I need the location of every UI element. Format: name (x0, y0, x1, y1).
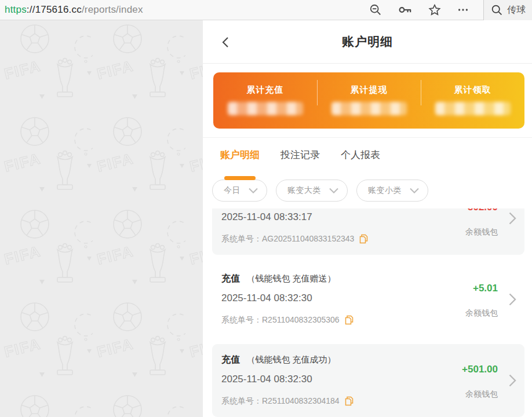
search-icon (491, 4, 503, 16)
chevron-right-icon (509, 374, 516, 389)
summary-value-redacted (331, 102, 407, 115)
summary-value-redacted (435, 102, 511, 115)
transaction-amount: +5.01 (473, 283, 498, 294)
copy-icon[interactable] (345, 396, 354, 406)
order-number: R2511040832305306 (262, 314, 340, 325)
find-in-page-box[interactable]: 传球 (483, 0, 532, 20)
transaction-type: 充值 (221, 273, 240, 283)
tab-label: 账户明细 (220, 149, 260, 160)
transaction-amount: +501.00 (462, 364, 498, 375)
filter-minor-type-dropdown[interactable]: 账变小类 (356, 180, 428, 202)
tab-account-detail[interactable]: 账户明细 (220, 148, 260, 171)
order-label: 系统单号： (221, 395, 262, 407)
chevron-down-icon (249, 188, 258, 193)
tab-label: 投注记录 (280, 149, 320, 160)
tab-bet-records[interactable]: 投注记录 (280, 148, 320, 171)
order-number: AG202511040833152343 (262, 233, 354, 244)
filter-label: 账变小类 (368, 185, 402, 196)
zoom-out-icon[interactable] (369, 3, 382, 16)
transaction-amount: -502.00 (464, 209, 498, 213)
summary-card: 累计充值 累计提现 累计领取 (213, 72, 524, 129)
transaction-row[interactable]: 充值 （钱能钱包 充值赠送） 2025-11-04 08:32:30 系统单号：… (212, 263, 524, 336)
divider (421, 80, 421, 105)
transaction-note: （钱能钱包 充值赠送） (246, 273, 336, 283)
summary-section: 累计充值 累计提现 累计领取 (203, 64, 532, 138)
active-tab-underline (224, 176, 256, 180)
transaction-note: （钱能钱包 充值成功） (246, 354, 336, 364)
summary-value-redacted (228, 102, 303, 115)
page-title: 账户明细 (342, 34, 393, 50)
copy-icon[interactable] (359, 234, 368, 244)
tab-personal-report[interactable]: 个人报表 (341, 148, 380, 171)
divider (317, 80, 318, 105)
summary-col-claimed: 累计领取 (421, 72, 524, 129)
browser-address-bar[interactable]: https://175616.cc/reports/index (0, 0, 532, 20)
copy-icon[interactable] (345, 315, 354, 325)
filter-major-type-dropdown[interactable]: 账变大类 (276, 180, 348, 202)
filter-label: 账变大类 (287, 185, 321, 196)
summary-label: 累计提现 (351, 85, 388, 96)
summary-label: 累计充值 (247, 85, 284, 96)
more-options-icon[interactable] (457, 3, 469, 16)
transaction-row[interactable]: 2025-11-04 08:33:17 系统单号： AG202511040833… (212, 209, 524, 255)
url-host: ://175616.cc (27, 4, 82, 15)
order-number: R2511040832304184 (262, 395, 340, 407)
order-label: 系统单号： (221, 314, 262, 325)
tab-label: 个人报表 (341, 149, 380, 160)
transaction-list[interactable]: 2025-11-04 08:33:17 系统单号： AG202511040833… (203, 209, 532, 417)
password-key-icon[interactable] (398, 3, 413, 16)
chevron-right-icon (509, 293, 516, 308)
summary-label: 累计领取 (454, 85, 491, 96)
find-query-text: 传球 (507, 4, 526, 16)
url-path: /reports/index (82, 4, 143, 15)
transaction-datetime: 2025-11-04 08:32:30 (221, 292, 515, 305)
summary-col-withdraw: 累计提现 (317, 72, 421, 129)
filter-date-dropdown[interactable]: 今日 (212, 180, 267, 202)
transaction-wallet: 余额钱包 (465, 227, 498, 237)
tabs-bar: 账户明细 投注记录 个人报表 (203, 138, 532, 171)
back-button[interactable] (219, 35, 233, 49)
chevron-right-icon (509, 212, 516, 227)
transaction-wallet: 余额钱包 (465, 308, 498, 319)
filter-label: 今日 (224, 185, 241, 196)
bookmark-star-icon[interactable] (428, 3, 441, 16)
chevron-down-icon (329, 188, 338, 193)
order-label: 系统单号： (221, 233, 262, 244)
page-header: 账户明细 (203, 20, 532, 64)
transaction-wallet: 余额钱包 (465, 389, 498, 400)
transaction-title: 充值 （钱能钱包 充值赠送） (221, 272, 515, 285)
chevron-down-icon (410, 188, 419, 193)
transaction-type: 充值 (221, 354, 240, 364)
transaction-row[interactable]: 充值 （钱能钱包 充值成功） 2025-11-04 08:32:30 系统单号：… (212, 344, 524, 417)
summary-col-deposit: 累计充值 (213, 72, 317, 129)
url-scheme: https (5, 4, 27, 15)
url-text[interactable]: https://175616.cc/reports/index (5, 4, 369, 16)
account-detail-panel: 账户明细 累计充值 累计提现 累计领取 账户明细 投注记录 (203, 20, 532, 417)
